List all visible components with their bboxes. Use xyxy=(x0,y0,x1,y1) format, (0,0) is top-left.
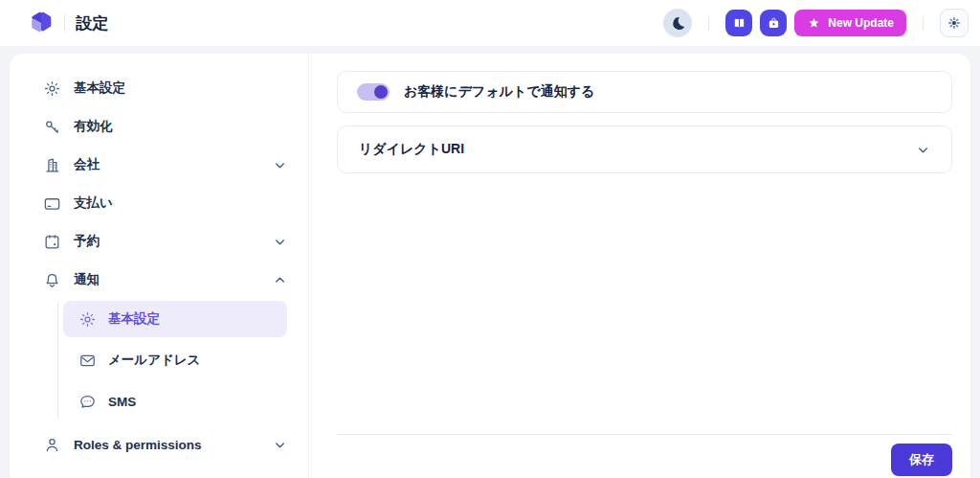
credit-card-icon xyxy=(43,194,61,213)
new-update-button[interactable]: New Update xyxy=(794,10,906,36)
submenu-item-email-address[interactable]: メールアドレス xyxy=(63,342,287,378)
chevron-down-icon xyxy=(916,143,930,157)
new-update-label: New Update xyxy=(828,16,894,30)
sidebar-item-label: 予約 xyxy=(74,233,100,250)
sidebar-item-basic-settings[interactable]: 基本設定 xyxy=(10,69,308,107)
header-divider xyxy=(923,16,924,31)
header-divider xyxy=(708,16,709,31)
chevron-down-icon xyxy=(273,158,287,172)
default-notify-toggle[interactable] xyxy=(357,83,390,101)
mail-icon xyxy=(78,352,97,370)
settings-content: お客様にデフォルトで通知する リダイレクトURI 保存 xyxy=(309,54,970,478)
notifications-submenu: 基本設定 メールアドレス SMS xyxy=(57,301,287,420)
dark-mode-toggle[interactable] xyxy=(663,9,692,37)
chevron-down-icon xyxy=(273,235,287,249)
star-icon xyxy=(807,16,821,31)
settings-sidebar: 基本設定 有効化 会社 支払い xyxy=(10,54,309,478)
chevron-up-icon xyxy=(273,273,287,287)
gear-icon xyxy=(78,310,97,329)
default-notify-card: お客様にデフォルトで通知する xyxy=(337,71,952,113)
sidebar-item-label: 通知 xyxy=(74,271,100,288)
content-footer: 保存 xyxy=(337,435,952,478)
video-icon xyxy=(767,16,781,31)
sidebar-item-label: 会社 xyxy=(74,156,100,173)
sidebar-item-label: 支払い xyxy=(74,194,113,212)
docs-button[interactable] xyxy=(725,10,752,36)
video-tutorials-button[interactable] xyxy=(760,10,787,36)
save-button[interactable]: 保存 xyxy=(891,444,952,476)
page-title: 設定 xyxy=(76,12,109,34)
toggle-knob xyxy=(374,85,388,99)
bell-icon xyxy=(43,271,61,289)
person-icon xyxy=(43,436,61,454)
calendar-icon xyxy=(43,233,61,251)
chat-bubble-icon xyxy=(78,393,97,411)
sidebar-item-label: 有効化 xyxy=(74,118,113,135)
sidebar-item-payment[interactable]: 支払い xyxy=(10,184,308,222)
redirect-uri-accordion[interactable]: リダイレクトURI xyxy=(337,125,952,173)
settings-panel: 基本設定 有効化 会社 支払い xyxy=(10,54,970,478)
header-divider xyxy=(64,14,65,32)
sidebar-item-activation[interactable]: 有効化 xyxy=(10,107,308,146)
building-icon xyxy=(43,156,61,174)
app-logo-icon xyxy=(29,11,54,35)
header-settings-button[interactable] xyxy=(940,9,969,37)
gear-icon xyxy=(947,15,962,31)
default-notify-label: お客様にデフォルトで通知する xyxy=(404,83,594,101)
sidebar-item-roles-permissions[interactable]: Roles & permissions xyxy=(10,425,308,464)
moon-icon xyxy=(670,15,686,32)
redirect-uri-label: リダイレクトURI xyxy=(359,141,464,158)
key-icon xyxy=(43,118,61,136)
gear-icon xyxy=(43,80,61,98)
sidebar-item-company[interactable]: 会社 xyxy=(10,146,308,184)
sidebar-item-label: 基本設定 xyxy=(74,80,125,97)
submenu-item-label: SMS xyxy=(108,395,136,409)
book-icon xyxy=(732,16,746,31)
submenu-item-basic-settings[interactable]: 基本設定 xyxy=(63,301,287,337)
chevron-down-icon xyxy=(273,438,287,452)
content-spacer xyxy=(337,173,952,434)
sidebar-item-label: Roles & permissions xyxy=(74,438,202,452)
app-header: 設定 xyxy=(0,0,980,46)
submenu-item-sms[interactable]: SMS xyxy=(63,383,287,420)
sidebar-item-booking[interactable]: 予約 xyxy=(10,222,308,261)
submenu-item-label: メールアドレス xyxy=(108,352,200,369)
sidebar-item-notifications[interactable]: 通知 xyxy=(10,261,308,299)
submenu-item-label: 基本設定 xyxy=(108,310,160,328)
